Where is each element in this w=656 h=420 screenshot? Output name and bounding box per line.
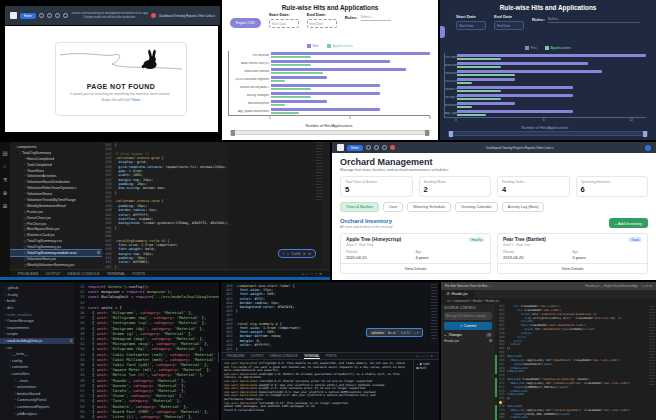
find-options[interactable]: Aa ab .* [388, 331, 399, 335]
menu-bar[interactable]: File Edit Selection View Go Run ⋯ [445, 284, 491, 288]
panel-tab-terminal[interactable]: TERMINAL [304, 353, 320, 359]
header-icon-2[interactable] [374, 145, 379, 150]
end-date-input[interactable]: End Date [494, 21, 524, 30]
extensions-icon[interactable]: ⊞ [3, 203, 8, 209]
tree-item-customizedreports[interactable]: ›customizedReports [0, 404, 74, 411]
panel-tab-ports[interactable]: PORTS [326, 354, 337, 358]
panel-tab-ports[interactable]: PORTS [133, 272, 146, 276]
widget-control[interactable]: ⟩ [287, 252, 288, 256]
tab-care[interactable]: Care [383, 202, 403, 212]
panel-tab-output[interactable]: OUTPUT [251, 354, 264, 358]
header-icon-4[interactable] [63, 13, 68, 18]
flask-icon[interactable]: ⚗ [3, 177, 8, 183]
tree-item-jobanalytics[interactable]: ›jobAnalytics [0, 410, 74, 417]
start-date-input[interactable]: Start Date [456, 21, 486, 30]
tree-item--husky[interactable]: ›.husky [0, 292, 74, 299]
breakpoint-dot[interactable] [499, 401, 502, 404]
add-inventory-button[interactable]: + Add Inventory [609, 218, 648, 228]
panel-tab-debug-console[interactable]: DEBUG CONSOLE [270, 354, 298, 358]
code-editor[interactable]: 652 <ul className='nav-links'>653 <li cl… [495, 304, 648, 420]
code-editor[interactable]: 425}426 427/* Grid layout */428.voluntee… [102, 142, 228, 269]
panel-action-icons[interactable]: + ⌄ ⋯ ＾ ✕ [416, 354, 433, 358]
view-details-button[interactable]: View Details [341, 263, 490, 273]
tree-item-node-modules[interactable]: ›node_modules [0, 311, 74, 318]
tree-item-requirements[interactable]: ›requirements [0, 325, 74, 332]
header-home-button[interactable]: Home [347, 145, 363, 151]
home-link[interactable]: Home [132, 98, 141, 102]
header-icon-3[interactable] [55, 13, 60, 18]
tree-item--tests-[interactable]: ›__tests__ [0, 351, 74, 358]
terminal-session-list[interactable]: ⌄ ▣ node ▣ bash [413, 360, 439, 420]
tree-item-src[interactable]: ⌄src [0, 344, 74, 351]
window-controls[interactable]: — ▢ ✕ [642, 284, 652, 288]
panel-tab-terminal[interactable]: TERMINAL [107, 272, 126, 276]
files-icon[interactable]: ▤ [2, 150, 7, 156]
changes-section[interactable]: ⌄ Changes 1 [444, 333, 492, 337]
tree-item-build[interactable]: ›build [0, 298, 74, 305]
add-circle-icon[interactable]: ⊕ [3, 190, 8, 196]
floating-nav-widget[interactable]: ⟨⟩1 of 4≡✕ [278, 249, 316, 258]
widget-control[interactable]: ✕ [308, 252, 311, 256]
tree-item-scripts[interactable]: ›scripts [0, 331, 74, 338]
tree-item-dev[interactable]: ›dev [0, 305, 74, 312]
header-nav-links[interactable]: Dashboard Timelog Projects Reports Other… [398, 146, 642, 150]
changed-file-row[interactable]: Header.jsx M [444, 339, 492, 343]
tab-watering-schedule[interactable]: Watering Schedule [407, 202, 451, 212]
find-widget[interactable]: volunteer Aa ab .* 3 of 12 ↑ ↓ ✕ [366, 328, 423, 337]
tree-item--tests[interactable]: ›...tests [0, 377, 74, 384]
inventory-card[interactable]: Apple Tree (Honeycrisp)HealthyZone 3 · F… [340, 233, 491, 274]
commit-message-input[interactable]: Message (Ctrl+Enter to commit) [444, 312, 492, 320]
export-button-cropped[interactable] [440, 26, 445, 38]
panel-tab-debug-console[interactable]: DEBUG CONSOLE [68, 272, 100, 276]
terminal-session[interactable]: ▣ bash [416, 366, 437, 370]
minimap[interactable] [431, 284, 437, 339]
tree-item-ownermessage[interactable]: ›OwnerMessage [0, 318, 74, 325]
view-details-button[interactable]: View Details [498, 263, 647, 273]
minimap[interactable] [649, 306, 655, 386]
find-nav-icons[interactable]: ↑ ↓ ✕ [412, 331, 419, 335]
tree-item-bmdashboard[interactable]: ›bmdashboard [0, 391, 74, 398]
header-icon-3[interactable] [382, 145, 387, 150]
tree-item-communityportal[interactable]: ›CommunityPortal [0, 397, 74, 404]
header-icon-1[interactable] [39, 13, 44, 18]
tree-item-config[interactable]: ›config [0, 358, 74, 365]
widget-control[interactable]: 1 of 4 [292, 252, 300, 256]
panel-vscode-css: ▤⌕⚗⊕⊞ ⌄components⌄TotalOrgSummary›HoursC… [0, 142, 330, 280]
tab-trees-bushes[interactable]: Trees & Bushes [340, 202, 379, 212]
minimap[interactable] [316, 142, 322, 202]
tab-header-jsx[interactable]: JS Header.jsx [441, 290, 474, 298]
tab-activity-log-beta-[interactable]: Activity Log (Beta) [502, 202, 545, 212]
find-input[interactable]: volunteer [370, 330, 386, 335]
rules-select[interactable]: Select... [361, 15, 391, 21]
header-icon-2[interactable] [47, 13, 52, 18]
panel-action-icons[interactable]: + ⌄ ⋯ ＾ ✕ [302, 272, 322, 276]
header-icon-1[interactable] [366, 145, 371, 150]
rules-select[interactable]: Select... [548, 17, 640, 23]
end-date-input[interactable]: End Date [307, 19, 337, 28]
code-editor[interactable]: 31require('dotenv').config();32const mon… [74, 282, 219, 420]
commit-button[interactable]: ✓ Commit [444, 322, 492, 330]
terminal-output[interactable]: npm warn deprecated inflight@1.0.6: This… [221, 360, 413, 420]
header-home-button[interactable]: Home [20, 13, 36, 19]
tree-item-automation[interactable]: ›automation [0, 384, 74, 391]
header-nav-links[interactable]: Dashboard Timelog Reports Other Links ▾ [159, 14, 215, 18]
chart-brush-scrollbar[interactable] [230, 130, 430, 135]
bar-applications [271, 112, 299, 115]
widget-control[interactable]: ≡ [303, 252, 305, 256]
search-icon[interactable]: ⌕ [3, 163, 6, 170]
start-date-input[interactable]: Start Date [269, 19, 299, 28]
tree-item-controllers[interactable]: ⌄controllers [0, 371, 74, 378]
user-avatar[interactable] [645, 145, 651, 151]
tree-item-seed-buildingunits-js[interactable]: ▢seed-buildingUnits.jsU [0, 338, 74, 345]
tree-item--github[interactable]: ›.github [0, 285, 74, 292]
panel-tab-problems[interactable]: PROBLEMS [227, 354, 245, 358]
widget-control[interactable]: ⟨ [283, 252, 284, 256]
export-button[interactable]: Export CSV [230, 18, 261, 28]
panel-tab-problems[interactable]: PROBLEMS [18, 272, 38, 276]
chart-brush-scrollbar[interactable] [448, 131, 648, 136]
tree-item-constants[interactable]: ›constants [0, 364, 74, 371]
tab-growing-calendar[interactable]: Growing Calendar [455, 202, 498, 212]
inventory-card[interactable]: Pear Tree (Bartlett)GoodZone 5 · Fruit T… [497, 233, 648, 274]
code-editor[interactable]: 450.component-pie-chart-label {451 font-… [221, 282, 427, 352]
panel-tab-output[interactable]: OUTPUT [45, 272, 60, 276]
